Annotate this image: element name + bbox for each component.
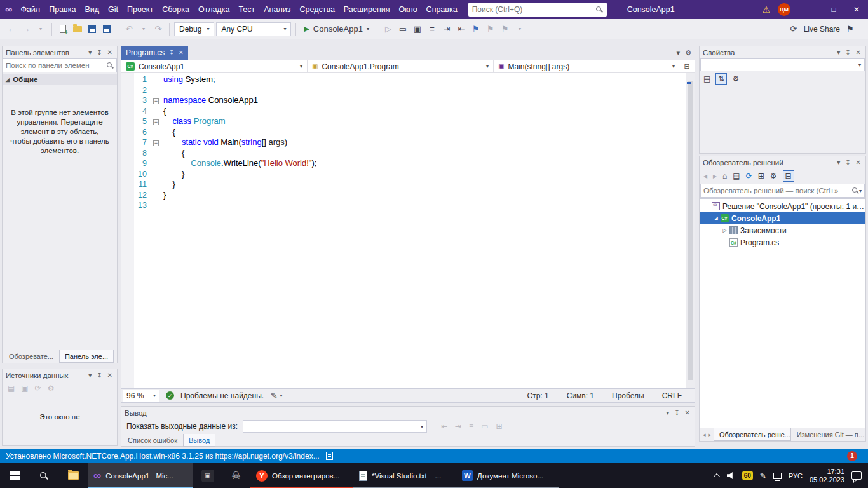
column-indicator[interactable]: Симв: 1 [567, 391, 594, 400]
menu-test[interactable]: Тест [234, 5, 259, 14]
notification-warning-icon[interactable]: ⚠ [762, 4, 770, 15]
code-line-3[interactable]: 3−namespace ConsoleApp1 [134, 95, 686, 106]
navigation-dropdown-icon[interactable]: ▾ [34, 22, 47, 37]
scroll-tabs-right-icon[interactable]: ▸ [709, 431, 712, 438]
start-debugging-button[interactable]: ▶ ConsoleApp1 ▾ [301, 22, 372, 37]
pin-icon[interactable]: ↧ [169, 50, 174, 56]
pen-icon[interactable]: ✎ [760, 471, 766, 480]
auto-hide-pin-icon[interactable]: ↧ [844, 159, 851, 166]
line-ending-indicator[interactable]: CRLF [662, 391, 682, 400]
code-line-5[interactable]: 5− class Program [134, 116, 686, 127]
save-icon[interactable] [86, 22, 98, 37]
tree-expand-icon[interactable]: ▷ [721, 227, 729, 233]
battery-badge[interactable]: 60 [742, 471, 753, 480]
window-position-icon[interactable]: ▾ [836, 49, 841, 56]
active-files-dropdown-icon[interactable]: ▾ [677, 49, 681, 57]
breakpoints-window-icon[interactable]: ▭ [397, 22, 409, 37]
code-line-1[interactable]: 1using System; [134, 74, 686, 85]
menu-debug[interactable]: Отладка [194, 5, 234, 14]
network-icon[interactable] [773, 473, 782, 479]
tree-expand-icon[interactable]: ◢ [712, 215, 720, 221]
add-data-source-icon[interactable]: ▤ [8, 384, 15, 393]
quick-search-box[interactable] [468, 3, 607, 17]
categorized-icon[interactable]: ▤ [703, 74, 710, 83]
collapse-all-icon[interactable]: ⊞ [758, 172, 764, 180]
notifications-badge[interactable]: 1 [847, 451, 857, 461]
project-dropdown[interactable]: C# ConsoleApp1 ▾ [121, 60, 308, 72]
auto-hide-pin-icon[interactable]: ↧ [673, 409, 681, 416]
volume-icon[interactable] [727, 472, 735, 480]
menu-build[interactable]: Сборка [158, 5, 194, 14]
minimize-button[interactable]: ─ [799, 0, 822, 19]
solution-search-input[interactable] [703, 187, 851, 194]
back-icon[interactable]: ◂ [703, 172, 707, 180]
preview-selected-icon[interactable]: ⊟ [783, 170, 794, 182]
toolbox-header[interactable]: Панель элементов ▾ ↧ ✕ [3, 46, 117, 58]
auto-hide-pin-icon[interactable]: ↧ [95, 49, 103, 56]
navigate-forward-icon[interactable]: → [20, 22, 32, 37]
code-line-6[interactable]: 6 { [134, 127, 686, 138]
window-position-icon[interactable]: ▾ [87, 372, 93, 379]
outdent-icon[interactable]: ⇤ [455, 22, 468, 37]
start-without-debugging-icon[interactable]: ▷ [382, 22, 395, 37]
scrollbar-thumb[interactable] [688, 81, 693, 380]
live-share-label[interactable]: Live Share [804, 25, 840, 34]
close-button[interactable]: ✕ [845, 0, 868, 19]
close-icon[interactable]: ✕ [106, 49, 114, 56]
toggle-autoscroll-icon[interactable]: ⊞ [496, 422, 502, 431]
problems-status-text[interactable]: Проблемы не найдены. [180, 391, 264, 400]
code-line-8[interactable]: 8 { [134, 148, 686, 159]
code-line-7[interactable]: 7− static void Main(string[] args) [134, 137, 686, 148]
configuration-combobox[interactable]: Debug ▾ [174, 22, 214, 36]
tab-server-explorer[interactable]: Обозревате... [4, 350, 58, 363]
toolbox-search-box[interactable] [3, 58, 117, 72]
solution-explorer-header[interactable]: Обозреватель решений ▾ ↧ ✕ [700, 156, 865, 168]
taskbar-pinned-app[interactable]: ▣ [193, 463, 222, 488]
clear-all-icon[interactable]: ≡ [469, 422, 473, 431]
menu-help[interactable]: Справка [422, 5, 462, 14]
bookmark-icon[interactable]: ⚑ [470, 22, 482, 37]
line-structure-icon[interactable]: ≡ [426, 22, 438, 37]
keyboard-language-indicator[interactable]: РУС [789, 472, 803, 480]
undo-icon[interactable]: ↶ [123, 22, 135, 37]
auto-hide-pin-icon[interactable]: ↧ [95, 372, 103, 379]
edit-dataset-icon[interactable]: ▣ [21, 384, 28, 393]
code-line-10[interactable]: 10 } [134, 169, 686, 180]
close-icon[interactable]: ✕ [855, 49, 862, 56]
tab-error-list[interactable]: Список ошибок [123, 434, 182, 447]
output-header[interactable]: Вывод ▾ ↧ ✕ [121, 407, 695, 419]
code-cleanup-icon[interactable]: ✎ ▾ [270, 388, 283, 403]
line-indicator[interactable]: Стр: 1 [527, 391, 549, 400]
taskbar-app-visual-studio[interactable]: ∞ ConsoleApp1 - Mic... [88, 463, 193, 488]
type-dropdown[interactable]: ▣ ConsoleApp1.Program ▾ [308, 60, 494, 72]
code-line-13[interactable]: 13 [134, 200, 686, 211]
menu-edit[interactable]: Правка [44, 5, 80, 14]
menu-file[interactable]: Файл [16, 5, 44, 14]
solution-search-box[interactable]: ▾ [700, 184, 865, 198]
configure-icon[interactable]: ⚙ [48, 384, 55, 393]
quick-search-input[interactable] [472, 5, 593, 14]
fold-margin[interactable]: − [153, 116, 163, 127]
tab-toolbox[interactable]: Панель эле... [59, 350, 114, 363]
action-center-icon[interactable] [851, 471, 862, 480]
window-position-icon[interactable]: ▾ [87, 49, 93, 56]
prev-bookmark-icon[interactable]: ⚑ [499, 22, 512, 37]
editor-vertical-scrollbar[interactable] [686, 73, 695, 388]
switch-views-icon[interactable]: ▤ [733, 172, 740, 180]
zoom-combobox[interactable]: 96 % ▾ [123, 390, 159, 402]
fold-collapse-icon[interactable]: − [153, 140, 159, 146]
close-icon[interactable]: ✕ [855, 159, 862, 166]
property-pages-wrench-icon[interactable]: ⚙ [732, 74, 739, 83]
taskbar-app-notepad[interactable]: *Visual Studio.txt – ... [353, 463, 456, 488]
indent-icon[interactable]: ⇥ [440, 22, 453, 37]
redo-icon[interactable]: ↷ [152, 22, 165, 37]
code-line-9[interactable]: 9 Console.WriteLine("Hello World!"); [134, 158, 686, 169]
tab-git-changes[interactable]: Изменения Git — п... [792, 428, 864, 441]
word-wrap-icon[interactable]: ▭ [481, 422, 488, 431]
refresh-icon[interactable]: ⟳ [35, 384, 41, 393]
clock[interactable]: 17:31 05.02.2023 [810, 468, 844, 484]
project-consoleapp1[interactable]: ◢ConsoleApp1 [700, 212, 865, 224]
user-avatar[interactable]: ЦМ [778, 3, 790, 16]
code-line-4[interactable]: 4{ [134, 106, 686, 117]
fold-collapse-icon[interactable]: − [153, 119, 159, 125]
